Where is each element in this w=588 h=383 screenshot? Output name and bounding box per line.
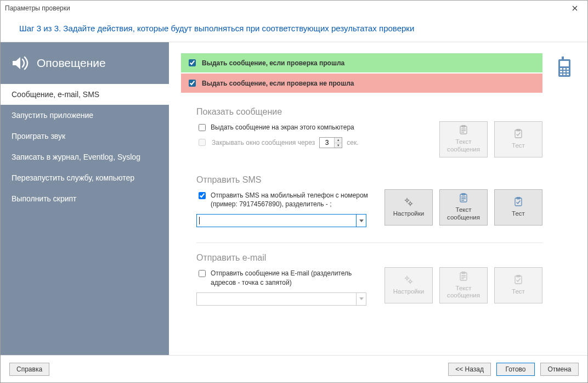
gears-icon (404, 197, 414, 207)
svg-rect-19 (560, 68, 562, 70)
sidebar-item-label: Записать в журнал, Eventlog, Syslog (12, 153, 140, 161)
section-email-title: Отправить e-mail (196, 253, 542, 263)
sidebar-item-play-sound[interactable]: Проиграть звук (1, 126, 169, 147)
banner-fail-checkbox[interactable] (189, 80, 196, 87)
svg-rect-16 (562, 57, 564, 59)
clipboard-check-icon (513, 197, 523, 207)
button-label: Тест (512, 210, 525, 218)
screen-checkbox-label: Выдать сообщение на экран этого компьюте… (211, 123, 429, 132)
close-icon (572, 5, 578, 11)
message-test-button: Тест (494, 121, 542, 157)
button-label: Текст сообщения (442, 285, 485, 300)
sidebar-item-script[interactable]: Выполнить скрипт (1, 188, 169, 209)
sms-checkbox[interactable] (199, 192, 206, 199)
svg-rect-23 (563, 71, 566, 72)
sidebar-item-run-app[interactable]: Запустить приложение (1, 105, 169, 126)
banner-pass-label: Выдать сообщение, если проверка прошла (202, 59, 344, 67)
clipboard-text-icon (459, 125, 468, 135)
window-title: Параметры проверки (5, 4, 567, 12)
sidebar-item-label: Запустить приложение (12, 111, 93, 120)
finish-button[interactable]: Готово (496, 363, 535, 376)
sidebar-item-message[interactable]: Сообщение, e-mail, SMS (1, 84, 169, 105)
email-settings-button: Настройки (385, 267, 433, 303)
seconds-input[interactable] (320, 138, 334, 148)
sidebar-item-label: Сообщение, e-mail, SMS (12, 90, 99, 99)
clipboard-check-icon (513, 129, 523, 139)
close-after-row: Закрывать окно сообщения через ▲▼ сек. (196, 137, 429, 148)
sidebar-item-log[interactable]: Записать в журнал, Eventlog, Syslog (1, 147, 169, 167)
sidebar-item-label: Выполнить скрипт (12, 194, 77, 203)
step-header: Шаг 3 из 3. Задайте действия, которые бу… (1, 16, 587, 42)
content: Выдать сообщение, если проверка прошла В… (169, 42, 587, 355)
email-address-combo (196, 292, 366, 306)
sidebar-item-label: Перезапустить службу, компьютер (12, 173, 134, 182)
email-test-button: Тест (494, 267, 542, 303)
email-address-dropdown (357, 292, 366, 306)
sms-number-dropdown[interactable] (357, 214, 366, 227)
gears-icon (404, 275, 414, 285)
spinner-buttons[interactable]: ▲▼ (334, 138, 342, 148)
button-label: Настройки (393, 210, 424, 218)
titlebar: Параметры проверки (1, 1, 587, 16)
phone-icon (557, 57, 572, 77)
speaker-icon (12, 55, 29, 71)
section-message-title: Показать сообщение (196, 107, 542, 117)
sms-text-button[interactable]: Текст сообщения (439, 189, 488, 226)
cancel-button[interactable]: Отмена (540, 363, 579, 376)
svg-rect-18 (560, 61, 569, 66)
clipboard-check-icon (513, 275, 523, 285)
banner-pass: Выдать сообщение, если проверка прошла (181, 53, 542, 72)
button-label: Тест (512, 288, 525, 296)
email-checkbox-row: Отправить сообщение на E-mail (разделите… (196, 269, 375, 286)
email-checkbox[interactable] (199, 270, 206, 277)
seconds-unit: сек. (347, 139, 358, 147)
screen-checkbox[interactable] (199, 124, 206, 131)
sidebar-item-restart[interactable]: Перезапустить службу, компьютер (1, 167, 169, 188)
button-label: Настройки (393, 288, 424, 296)
svg-rect-25 (560, 74, 562, 75)
sms-checkbox-row: Отправить SMS на мобильный телефон с ном… (196, 191, 375, 209)
clipboard-text-icon (459, 193, 468, 203)
svg-rect-27 (567, 74, 569, 75)
message-text-button: Текст сообщения (439, 121, 488, 157)
footer: Справка << Назад Готово Отмена (1, 355, 587, 382)
button-label: Текст сообщения (442, 206, 485, 222)
section-email: Отправить e-mail Отправить сообщение на … (181, 253, 542, 305)
sms-number-input[interactable] (196, 214, 357, 227)
sidebar-title: Оповещение (37, 57, 106, 70)
sms-settings-button[interactable]: Настройки (385, 189, 433, 226)
svg-rect-20 (563, 68, 566, 70)
section-message: Показать сообщение Выдать сообщение на э… (181, 107, 542, 157)
sidebar-item-label: Проиграть звук (12, 132, 65, 140)
divider (196, 243, 542, 243)
close-button[interactable] (567, 1, 583, 16)
sms-checkbox-label: Отправить SMS на мобильный телефон с ном… (211, 191, 375, 209)
content-right (551, 53, 578, 355)
sidebar: Оповещение Сообщение, e-mail, SMS Запуст… (1, 42, 169, 355)
sidebar-header: Оповещение (1, 42, 169, 84)
window: Параметры проверки Шаг 3 из 3. Задайте д… (0, 0, 588, 383)
sms-number-combo[interactable] (196, 214, 366, 227)
sms-test-button[interactable]: Тест (494, 189, 542, 226)
email-checkbox-label: Отправить сообщение на E-mail (разделите… (211, 269, 375, 286)
svg-rect-21 (567, 68, 569, 70)
section-sms-title: Отправить SMS (196, 175, 542, 185)
button-label: Текст сообщения (442, 138, 485, 154)
button-label: Тест (512, 142, 525, 150)
clipboard-text-icon (459, 272, 468, 281)
svg-rect-26 (563, 74, 566, 75)
help-button[interactable]: Справка (9, 363, 49, 376)
close-after-checkbox (199, 139, 206, 146)
back-button[interactable]: << Назад (448, 363, 491, 376)
email-address-input (196, 292, 357, 306)
body: Оповещение Сообщение, e-mail, SMS Запуст… (1, 42, 587, 355)
banner-fail-label: Выдать сообщение, если проверка не прошл… (202, 80, 354, 87)
svg-rect-24 (567, 71, 569, 72)
banner-fail: Выдать сообщение, если проверка не прошл… (181, 74, 542, 93)
banner-pass-checkbox[interactable] (189, 59, 196, 66)
close-after-label: Закрывать окно сообщения через (212, 139, 315, 147)
email-text-button: Текст сообщения (439, 267, 488, 303)
svg-rect-22 (560, 71, 562, 72)
screen-checkbox-row: Выдать сообщение на экран этого компьюте… (196, 123, 429, 133)
seconds-spinner[interactable]: ▲▼ (319, 137, 342, 148)
